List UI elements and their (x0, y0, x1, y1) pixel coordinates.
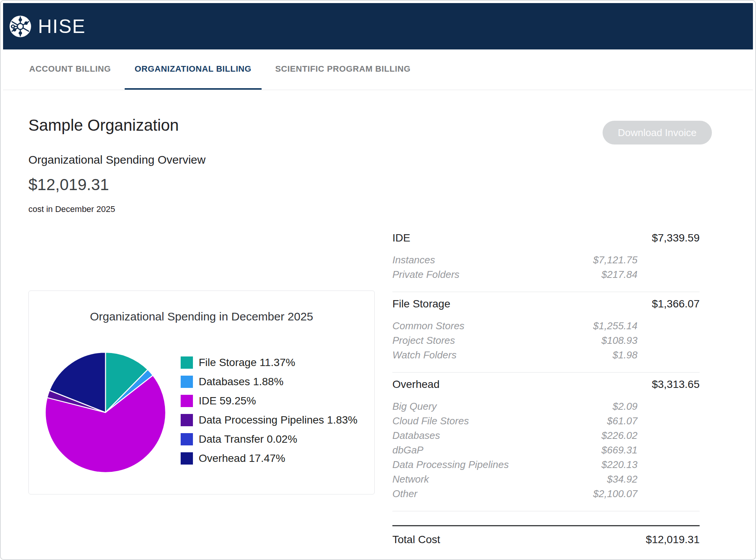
breakdown-item-label: Private Folders (392, 267, 553, 282)
legend-item: Databases 1.88% (181, 376, 357, 388)
breakdown-item-label: Project Stores (392, 333, 553, 348)
legend-swatch (181, 414, 193, 426)
breakdown-item-label: Databases (392, 428, 553, 443)
legend-label: Data Processing Pipelines 1.83% (199, 414, 357, 426)
section-amount: $3,313.65 (652, 378, 700, 391)
total-cost-amount: $12,019.31 (646, 533, 700, 546)
spending-pie-chart (44, 351, 167, 474)
period-caption: cost in December 2025 (28, 204, 115, 214)
organization-name: Sample Organization (28, 116, 179, 135)
app-header: HISE (3, 3, 753, 49)
breakdown-item-label: Other (392, 486, 553, 501)
breakdown-row: Private Folders$217.84 (392, 267, 700, 282)
breakdown-item-amount: $217.84 (553, 267, 637, 282)
breakdown-item-label: Watch Folders (392, 348, 553, 362)
section-amount: $7,339.59 (652, 232, 700, 244)
breakdown-item-label: Network (392, 472, 553, 486)
total-spend-amount: $12,019.31 (28, 176, 109, 194)
breakdown-item-amount: $61.07 (553, 414, 637, 428)
billing-tabbar: ACCOUNT BILLING ORGANIZATIONAL BILLING S… (3, 49, 753, 90)
breakdown-item-amount: $7,121.75 (553, 253, 637, 267)
breakdown-item-label: Cloud File Stores (392, 414, 553, 428)
hise-logo-icon (9, 15, 31, 38)
breakdown-item-amount: $2.09 (553, 399, 637, 414)
section-label: Overhead (392, 378, 440, 391)
legend-label: Databases 1.88% (199, 376, 283, 388)
breakdown-section-header: Overhead$3,313.65 (392, 373, 700, 399)
legend-label: Data Transfer 0.02% (199, 433, 297, 445)
section-label: File Storage (392, 297, 450, 310)
breakdown-item-amount: $220.13 (553, 457, 637, 472)
tab-scientific-program-billing[interactable]: SCIENTIFIC PROGRAM BILLING (265, 49, 421, 90)
breakdown-item-amount: $34.92 (553, 472, 637, 486)
total-cost-row: Total Cost $12,019.31 (392, 525, 700, 546)
chart-title: Organizational Spending in December 2025 (29, 310, 374, 323)
legend-item: IDE 59.25% (181, 395, 357, 407)
breakdown-row: Big Query$2.09 (392, 399, 700, 414)
tab-organizational-billing[interactable]: ORGANIZATIONAL BILLING (125, 49, 261, 90)
section-amount: $1,366.07 (652, 297, 700, 310)
app-window: HISE ACCOUNT BILLING ORGANIZATIONAL BILL… (0, 0, 756, 560)
breakdown-item-label: Instances (392, 253, 553, 267)
legend-item: Overhead 17.47% (181, 452, 357, 465)
cost-breakdown: IDE$7,339.59Instances$7,121.75Private Fo… (392, 226, 700, 546)
breakdown-section: IDE$7,339.59Instances$7,121.75Private Fo… (392, 226, 700, 292)
legend-swatch (181, 452, 193, 465)
breakdown-row: Network$34.92 (392, 472, 700, 486)
breakdown-row: Instances$7,121.75 (392, 253, 700, 267)
breakdown-section-header: IDE$7,339.59 (392, 226, 700, 253)
breakdown-row: Other$2,100.07 (392, 486, 700, 501)
legend-item: File Storage 11.37% (181, 356, 357, 369)
legend-label: Overhead 17.47% (199, 452, 285, 465)
brand-name: HISE (38, 17, 86, 36)
legend-label: File Storage 11.37% (199, 356, 295, 369)
legend-swatch (181, 395, 193, 407)
breakdown-section: File Storage$1,366.07Common Stores$1,255… (392, 292, 700, 373)
download-invoice-button[interactable]: Download Invoice (603, 121, 712, 145)
breakdown-row: Project Stores$108.93 (392, 333, 700, 348)
breakdown-item-label: Data Processing Pipelines (392, 457, 553, 472)
legend-swatch (181, 376, 193, 388)
spending-chart-card: Organizational Spending in December 2025… (28, 291, 375, 494)
breakdown-item-label: Big Query (392, 399, 553, 414)
breakdown-item-label: dbGaP (392, 443, 553, 457)
legend-swatch (181, 433, 193, 445)
legend-swatch (181, 356, 193, 369)
breakdown-item-label: Common Stores (392, 319, 553, 333)
breakdown-row: Watch Folders$1.98 (392, 348, 700, 362)
breakdown-item-amount: $108.93 (553, 333, 637, 348)
breakdown-row: Data Processing Pipelines$220.13 (392, 457, 700, 472)
legend-label: IDE 59.25% (199, 395, 256, 407)
breakdown-section: Overhead$3,313.65Big Query$2.09Cloud Fil… (392, 373, 700, 511)
legend-item: Data Transfer 0.02% (181, 433, 357, 445)
total-cost-label: Total Cost (392, 533, 440, 546)
breakdown-item-amount: $669.31 (553, 443, 637, 457)
section-label: IDE (392, 232, 410, 244)
breakdown-section-header: File Storage$1,366.07 (392, 292, 700, 319)
breakdown-item-amount: $226.02 (553, 428, 637, 443)
cost-breakdown-sections: IDE$7,339.59Instances$7,121.75Private Fo… (392, 226, 700, 511)
breakdown-row: dbGaP$669.31 (392, 443, 700, 457)
breakdown-item-amount: $1,255.14 (553, 319, 637, 333)
breakdown-item-amount: $2,100.07 (553, 486, 637, 501)
breakdown-row: Cloud File Stores$61.07 (392, 414, 700, 428)
chart-legend: File Storage 11.37%Databases 1.88%IDE 59… (181, 356, 357, 471)
tab-account-billing[interactable]: ACCOUNT BILLING (19, 49, 121, 90)
legend-item: Data Processing Pipelines 1.83% (181, 414, 357, 426)
breakdown-row: Databases$226.02 (392, 428, 700, 443)
spending-overview-title: Organizational Spending Overview (28, 153, 206, 166)
breakdown-item-amount: $1.98 (553, 348, 637, 362)
breakdown-row: Common Stores$1,255.14 (392, 319, 700, 333)
